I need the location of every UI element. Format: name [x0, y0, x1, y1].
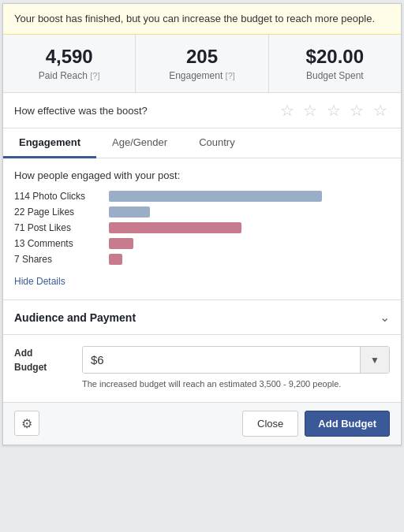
gear-icon: ⚙: [21, 416, 32, 431]
budget-input[interactable]: [83, 347, 360, 373]
stat-paid-reach: 4,590 Paid Reach [?]: [3, 35, 136, 92]
close-button[interactable]: Close: [242, 411, 298, 437]
stat-budget-spent: $20.00 Budget Spent: [269, 35, 401, 92]
banner-text: Your boost has finished, but you can inc…: [14, 13, 375, 24]
audience-title: Audience and Payment: [14, 311, 136, 324]
bar-container: [109, 254, 390, 265]
budget-hint: The increased budget will reach an estim…: [82, 378, 390, 390]
engagement-value: 205: [142, 46, 261, 68]
bar-label: 71 Post Likes: [14, 222, 109, 233]
paid-reach-label: Paid Reach [?]: [9, 70, 129, 81]
stats-row: 4,590 Paid Reach [?] 205 Engagement [?] …: [3, 35, 401, 93]
budget-left: AddBudget: [14, 346, 69, 374]
rating-label: How effective was the boost?: [14, 105, 148, 117]
boost-card: Your boost has finished, but you can inc…: [2, 3, 402, 445]
tab-engagement[interactable]: Engagement: [3, 128, 96, 158]
budget-right: ▼ The increased budget will reach an est…: [82, 346, 390, 390]
bar-container: [109, 206, 390, 218]
bar-visual: [109, 254, 122, 265]
hide-details-link[interactable]: Hide Details: [14, 276, 65, 287]
bar-row: 7 Shares: [14, 254, 390, 265]
add-budget-label: AddBudget: [14, 346, 69, 374]
bar-label: 13 Comments: [14, 238, 109, 249]
tab-age-gender[interactable]: Age/Gender: [96, 128, 183, 158]
tabs: Engagement Age/Gender Country: [3, 128, 401, 158]
rating-row: How effective was the boost? ☆ ☆ ☆ ☆ ☆: [3, 93, 401, 128]
audience-section[interactable]: Audience and Payment ⌄: [3, 299, 401, 334]
bar-visual: [109, 206, 150, 218]
footer-actions: Close Add Budget: [242, 411, 390, 437]
footer: ⚙ Close Add Budget: [3, 402, 401, 445]
bar-container: [109, 222, 390, 233]
budget-section: AddBudget ▼ The increased budget will re…: [3, 334, 401, 401]
bar-label: 114 Photo Clicks: [14, 191, 109, 202]
add-budget-button[interactable]: Add Budget: [305, 411, 390, 437]
budget-input-row: ▼: [82, 346, 390, 374]
chevron-down-icon: ⌄: [380, 310, 390, 325]
bar-container: [109, 191, 390, 202]
bar-container: [109, 238, 390, 249]
engagement-title: How people engaged with your post:: [14, 169, 390, 181]
banner: Your boost has finished, but you can inc…: [3, 4, 401, 35]
budget-spent-label: Budget Spent: [275, 70, 395, 81]
stat-engagement: 205 Engagement [?]: [136, 35, 268, 92]
bar-label: 7 Shares: [14, 254, 109, 265]
bar-visual: [109, 222, 241, 233]
star-rating[interactable]: ☆ ☆ ☆ ☆ ☆: [280, 101, 390, 120]
engagement-section: How people engaged with your post: 114 P…: [3, 158, 401, 299]
bar-row: 22 Page Likes: [14, 206, 390, 218]
bar-row: 71 Post Likes: [14, 222, 390, 233]
bar-visual: [109, 238, 133, 249]
engagement-label: Engagement [?]: [142, 70, 261, 81]
bar-row: 114 Photo Clicks: [14, 191, 390, 202]
bar-label: 22 Page Likes: [14, 206, 109, 218]
bar-row: 13 Comments: [14, 238, 390, 249]
gear-button[interactable]: ⚙: [14, 411, 39, 436]
bar-visual: [109, 191, 322, 202]
paid-reach-value: 4,590: [9, 46, 129, 68]
tab-country[interactable]: Country: [183, 128, 251, 158]
budget-spent-value: $20.00: [275, 46, 395, 68]
bars-container: 114 Photo Clicks22 Page Likes71 Post Lik…: [14, 191, 390, 265]
budget-dropdown-button[interactable]: ▼: [360, 347, 389, 373]
